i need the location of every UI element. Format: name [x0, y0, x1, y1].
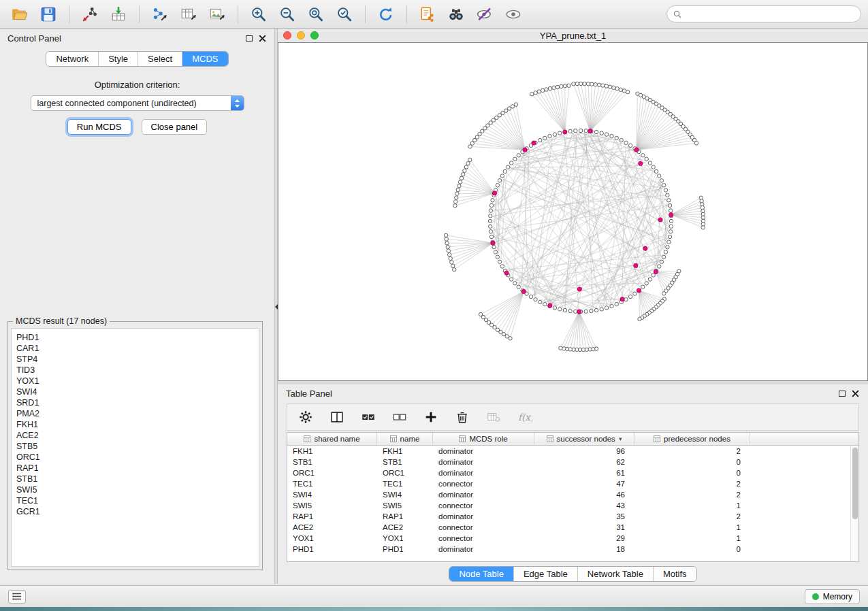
network-node[interactable]	[668, 203, 671, 207]
close-panel-button[interactable]: Close panel	[142, 119, 208, 135]
network-node[interactable]	[545, 88, 548, 91]
network-node[interactable]	[470, 142, 474, 145]
network-node[interactable]	[612, 86, 615, 89]
close-table-panel-icon[interactable]	[851, 389, 860, 398]
column-header-shared-name[interactable]: shared name	[287, 433, 377, 445]
network-node[interactable]	[513, 157, 517, 161]
column-header-MCDS-role[interactable]: MCDS role	[433, 433, 534, 445]
network-node[interactable]	[598, 83, 601, 86]
mcds-node-item[interactable]: STB5	[16, 441, 254, 452]
network-node[interactable]	[559, 346, 562, 350]
gear-button[interactable]	[295, 407, 316, 427]
network-node[interactable]	[662, 292, 666, 295]
mcds-result-list[interactable]: PHD1CAR1STP4TID3YOX1SWI4SRD1PMA2FKH1ACE2…	[11, 328, 259, 567]
dominator-node[interactable]	[620, 297, 624, 301]
search-input[interactable]	[685, 10, 854, 19]
columns-button[interactable]	[327, 407, 347, 427]
network-node[interactable]	[605, 306, 608, 310]
network-node[interactable]	[624, 141, 628, 144]
mcds-node-item[interactable]: FKH1	[16, 419, 254, 430]
column-header-name[interactable]: name	[377, 433, 433, 445]
network-node[interactable]	[660, 179, 663, 182]
network-node[interactable]	[463, 169, 466, 172]
network-node[interactable]	[503, 169, 507, 173]
table-tab-network-table[interactable]: Network Table	[577, 567, 653, 581]
network-node[interactable]	[553, 306, 556, 310]
network-node[interactable]	[548, 86, 551, 90]
network-node[interactable]	[456, 188, 460, 191]
search-box[interactable]	[666, 5, 861, 22]
network-node[interactable]	[575, 82, 579, 85]
network-node[interactable]	[534, 298, 537, 301]
network-node[interactable]	[453, 268, 456, 271]
network-node[interactable]	[560, 84, 563, 88]
network-node[interactable]	[498, 179, 501, 182]
network-node[interactable]	[568, 129, 572, 133]
network-node[interactable]	[500, 265, 504, 268]
zoom-in-button[interactable]	[246, 3, 272, 25]
dominator-node[interactable]	[523, 148, 527, 152]
network-node[interactable]	[464, 165, 468, 169]
network-node[interactable]	[583, 82, 586, 85]
table-row[interactable]: ACE2ACE2connector311	[287, 522, 850, 533]
network-node[interactable]	[645, 157, 648, 161]
dominator-node[interactable]	[491, 241, 495, 245]
network-node[interactable]	[645, 282, 648, 285]
network-canvas[interactable]	[278, 42, 868, 381]
network-node[interactable]	[489, 209, 492, 212]
mcds-node-item[interactable]: SRD1	[16, 397, 254, 408]
import-network-button[interactable]	[77, 3, 103, 25]
mcds-node-item[interactable]: GCR1	[16, 506, 254, 517]
delete-column-button[interactable]	[452, 407, 472, 427]
network-node[interactable]	[652, 165, 655, 169]
deselect-all-button[interactable]	[389, 407, 410, 427]
dominator-node[interactable]	[658, 218, 662, 222]
table-row[interactable]: SWI4SWI4dominator462	[287, 489, 850, 500]
network-node[interactable]	[610, 134, 613, 137]
mcds-node-item[interactable]: PMA2	[16, 408, 254, 419]
network-node[interactable]	[610, 304, 613, 308]
network-node[interactable]	[492, 118, 495, 122]
network-node[interactable]	[552, 86, 556, 89]
table-tab-motifs[interactable]: Motifs	[653, 567, 696, 581]
window-close-button[interactable]	[283, 31, 291, 39]
network-node[interactable]	[446, 245, 449, 248]
network-node[interactable]	[496, 255, 499, 259]
table-row[interactable]: FKH1FKH1dominator962	[287, 446, 850, 457]
show-all-button[interactable]	[500, 3, 526, 25]
network-node[interactable]	[517, 285, 520, 288]
network-node[interactable]	[662, 255, 665, 259]
network-node[interactable]	[444, 233, 447, 237]
network-node[interactable]	[615, 87, 619, 90]
network-node[interactable]	[669, 225, 673, 228]
network-node[interactable]	[513, 282, 517, 285]
network-node[interactable]	[489, 203, 493, 207]
search-network-button[interactable]	[443, 3, 469, 25]
network-node[interactable]	[579, 82, 583, 85]
mcds-node-item[interactable]: SWI5	[16, 484, 254, 495]
network-node[interactable]	[701, 226, 705, 229]
zoom-out-button[interactable]	[274, 3, 300, 25]
network-node[interactable]	[638, 317, 641, 320]
network-node[interactable]	[594, 308, 598, 312]
network-node[interactable]	[579, 129, 582, 132]
dominator-node[interactable]	[577, 287, 581, 291]
network-node[interactable]	[667, 240, 671, 244]
network-node[interactable]	[507, 165, 510, 169]
network-node[interactable]	[590, 309, 593, 312]
network-node[interactable]	[648, 278, 652, 281]
network-node[interactable]	[514, 103, 517, 106]
close-panel-icon[interactable]	[258, 34, 267, 43]
table-row[interactable]: SWI5SWI5connector431	[287, 500, 850, 511]
dominator-node[interactable]	[634, 148, 639, 152]
dominator-node[interactable]	[634, 263, 638, 267]
network-node[interactable]	[641, 154, 645, 157]
network-node[interactable]	[539, 138, 542, 142]
network-node[interactable]	[628, 144, 632, 147]
network-node[interactable]	[454, 200, 457, 203]
window-zoom-button[interactable]	[310, 31, 319, 39]
network-node[interactable]	[586, 82, 590, 86]
export-image-button[interactable]	[204, 3, 230, 25]
dominator-node[interactable]	[654, 269, 658, 274]
network-node[interactable]	[654, 169, 658, 173]
